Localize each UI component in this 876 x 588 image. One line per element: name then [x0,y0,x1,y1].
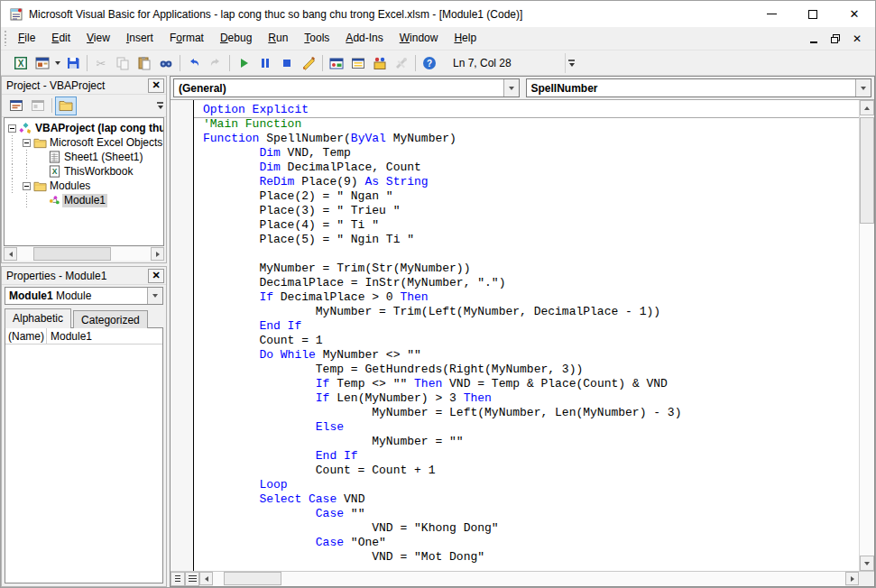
code-line[interactable]: DecimalPlace = InStr(MyNumber, ".") [194,276,859,290]
scrollbar-thumb[interactable] [33,247,111,261]
mdi-close-button[interactable]: ✕ [846,30,868,48]
break-button[interactable] [254,52,276,73]
dropdown-button[interactable] [147,288,162,304]
project-panel-close-button[interactable]: ✕ [148,78,164,93]
code-line[interactable]: MyNumber = Trim(Str(MyNumber)) [194,262,859,276]
object-browser-button[interactable] [369,52,391,73]
scroll-right-button[interactable] [845,572,859,585]
code-editor[interactable]: Option Explicit'Main FunctionFunction Sp… [194,100,859,571]
design-mode-button[interactable] [298,52,319,73]
code-line[interactable]: Dim VND, Temp [194,146,859,161]
code-line[interactable]: VND = "Mot Dong" [194,550,859,565]
code-line[interactable]: Count = 1 [194,334,859,348]
menu-help[interactable]: Help [446,27,484,50]
code-line[interactable]: End If [194,449,859,464]
scroll-left-button[interactable] [199,572,213,585]
paste-button[interactable] [134,52,155,73]
menubar-grip-icon[interactable] [4,31,8,46]
scroll-right-button[interactable] [151,247,164,261]
maximize-button[interactable] [792,1,834,27]
scrollbar-thumb[interactable] [860,117,874,224]
code-line[interactable]: If Temp <> "" Then VND = Temp & Place(Co… [194,377,859,391]
project-tree-hscrollbar[interactable] [4,247,164,261]
scroll-up-button[interactable] [860,100,874,115]
undo-button[interactable] [183,52,205,73]
properties-window-button[interactable] [347,52,369,73]
menu-add-ins[interactable]: Add-Ins [337,27,391,50]
code-line[interactable]: MyNumber = "" [194,435,859,449]
code-line[interactable]: VND = "Khong Dong" [194,521,859,536]
project-explorer-button[interactable] [326,52,347,73]
margin-indicator-bar[interactable] [171,100,194,571]
code-line[interactable]: Loop [194,478,859,492]
code-line[interactable]: MyNumber = Left(MyNumber, Len(MyNumber) … [194,406,859,420]
insert-userform-button-dropdown[interactable] [53,52,62,73]
code-line[interactable] [194,247,859,262]
code-line[interactable]: ReDim Place(9) As String [194,175,859,189]
code-line[interactable]: Option Explicit [194,103,859,117]
dropdown-button[interactable] [503,79,519,96]
menu-insert[interactable]: Insert [118,27,161,50]
minimize-button[interactable] [751,1,792,27]
collapse-expander[interactable] [23,139,31,147]
scroll-left-button[interactable] [4,247,17,261]
code-line[interactable]: MyNumber = Trim(Left(MyNumber, DecimalPl… [194,305,859,319]
menu-tools[interactable]: Tools [296,27,337,50]
code-line[interactable]: If DecimalPlace > 0 Then [194,290,859,305]
code-line[interactable]: Else [194,420,859,435]
tree-item-sheet1-sheet1[interactable]: Sheet1 (Sheet1) [5,150,163,164]
close-button[interactable]: ✕ [834,1,875,27]
menu-edit[interactable]: Edit [43,27,78,50]
code-line[interactable]: Select Case VND [194,492,859,507]
tab-categorized[interactable]: Categorized [73,310,148,328]
code-line[interactable]: Place(3) = " Trieu " [194,204,859,218]
dropdown-button[interactable] [855,79,871,96]
menu-run[interactable]: Run [260,27,296,50]
menu-file[interactable]: File [10,27,43,50]
find-button[interactable] [155,52,177,73]
code-line[interactable]: End If [194,319,859,334]
tab-alphabetic[interactable]: Alphabetic [5,308,71,328]
property-value[interactable]: Module1 [47,328,162,344]
full-module-view-button[interactable] [185,572,199,586]
collapse-expander[interactable] [8,124,16,133]
mdi-restore-button[interactable] [825,30,846,48]
tree-item-module1[interactable]: Module1 [5,193,163,207]
scrollbar-thumb[interactable] [224,572,281,585]
property-row[interactable]: (Name)Module1 [5,328,162,345]
reset-button[interactable] [276,52,298,73]
save-button[interactable] [62,52,84,73]
view-microsoft-excel-button[interactable]: X [10,52,32,73]
collapse-expander[interactable] [23,182,31,190]
project-toolbar-options-button[interactable] [157,102,163,109]
run-sub-button[interactable] [233,52,254,73]
object-selector-dropdown[interactable]: Module1 Module [5,287,163,305]
code-line[interactable]: Function SpellNumber(ByVal MyNumber) [194,132,859,146]
object-dropdown[interactable]: (General) [173,78,520,97]
code-line[interactable]: Case "" [194,507,859,521]
code-line[interactable]: Dim DecimalPlace, Count [194,161,859,175]
menu-format[interactable]: Format [161,27,212,50]
code-line[interactable]: Count = Count + 1 [194,464,859,478]
tree-item-microsoft-excel-objects[interactable]: Microsoft Excel Objects [5,135,163,150]
scroll-down-button[interactable] [860,556,874,571]
procedure-dropdown[interactable]: SpellNumber [526,78,872,97]
help-button[interactable]: ? [419,52,440,73]
code-line[interactable]: Place(2) = " Ngan " [194,189,859,204]
procedure-view-button[interactable] [171,572,185,586]
properties-panel-close-button[interactable]: ✕ [148,269,164,283]
tree-item-vbaproject-lap-cong-thu[interactable]: VBAProject (lap cong thu [5,121,163,135]
code-line[interactable]: If Len(MyNumber) > 3 Then [194,391,859,406]
code-line[interactable]: 'Main Function [194,117,859,132]
code-line[interactable]: Case "One" [194,536,859,550]
tree-item-modules[interactable]: Modules [5,179,163,193]
menu-window[interactable]: Window [392,27,447,50]
view-code-button[interactable] [5,96,27,115]
menu-view[interactable]: View [78,27,118,50]
code-line[interactable]: Place(4) = " Ti " [194,218,859,233]
horizontal-scrollbar[interactable] [199,572,859,586]
code-line[interactable]: Place(5) = " Ngin Ti " [194,233,859,247]
tree-item-thisworkbook[interactable]: XThisWorkbook [5,164,163,179]
mdi-minimize-button[interactable] [803,30,825,48]
toggle-folders-button[interactable] [55,96,77,115]
